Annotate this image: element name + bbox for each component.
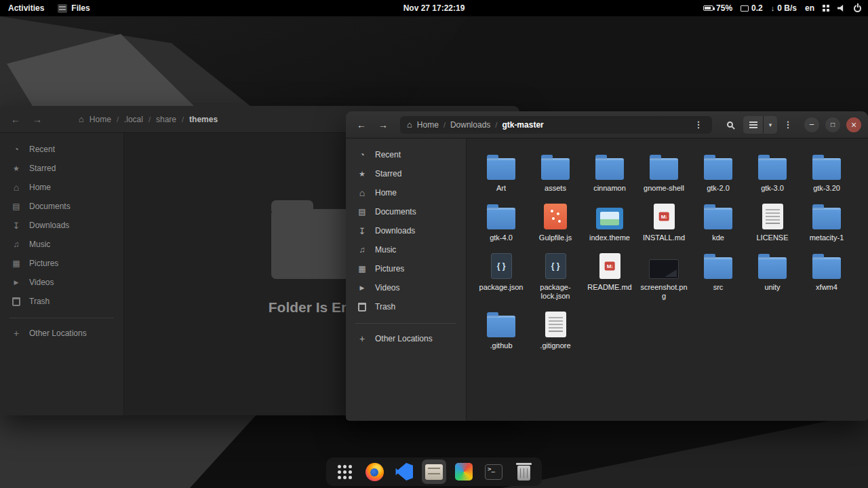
close-button[interactable] [846, 117, 861, 132]
sidebar-item-other-locations[interactable]: Other Locations [350, 329, 462, 348]
sidebar-item[interactable]: Pictures [4, 254, 119, 273]
tray-icon[interactable] [823, 5, 829, 12]
recent-icon [357, 149, 368, 160]
sidebar-item-label: Pictures [29, 259, 58, 268]
file-item[interactable]: LICENSE [745, 198, 800, 244]
sidebar-item[interactable]: Downloads [4, 216, 119, 235]
file-item[interactable]: metacity-1 [800, 198, 854, 244]
file-item[interactable]: screenshot.png [637, 247, 691, 303]
file-item[interactable]: unity [745, 247, 800, 303]
file-item[interactable]: cinnamon [583, 148, 637, 195]
net-speed-value: 0 B/s [777, 3, 797, 13]
starred-icon [357, 168, 368, 179]
folder-icon [812, 158, 841, 180]
file-item[interactable]: Gulpfile.js [528, 198, 583, 244]
sidebar-item[interactable]: Recent [4, 140, 119, 159]
list-view-button[interactable] [743, 116, 764, 134]
file-name: xfwm4 [816, 283, 837, 292]
power-icon[interactable] [854, 5, 861, 12]
breadcrumb-segment-current[interactable]: themes [189, 115, 218, 124]
sidebar-item[interactable]: Videos [350, 278, 462, 297]
file-item[interactable]: src [691, 247, 745, 303]
file-item[interactable]: package-lock.json [528, 247, 583, 303]
breadcrumb-segment[interactable]: .local [124, 115, 143, 124]
forward-button[interactable] [374, 116, 392, 134]
sidebar-item[interactable]: Trash [4, 292, 119, 311]
back-button[interactable] [7, 111, 24, 128]
breadcrumb-segment[interactable]: Home [417, 120, 439, 130]
battery-indicator[interactable]: 75% [703, 3, 732, 13]
breadcrumb-segment[interactable]: Home [90, 115, 111, 124]
sidebar-item[interactable]: Downloads [350, 221, 462, 240]
sidebar-item[interactable]: Starred [4, 159, 119, 178]
text-icon [545, 312, 566, 337]
file-item[interactable]: gnome-shell [637, 148, 691, 195]
volume-icon[interactable] [837, 5, 846, 12]
sidebar-item-other-locations[interactable]: Other Locations [4, 324, 119, 343]
file-item[interactable]: index.theme [583, 198, 637, 244]
file-item[interactable]: xfwm4 [800, 247, 854, 303]
breadcrumb-segment-current[interactable]: gtk-master [502, 120, 543, 130]
file-item[interactable]: INSTALL.md [637, 198, 691, 244]
breadcrumb-segment[interactable]: share [156, 115, 176, 124]
file-item[interactable]: README.md [583, 247, 637, 303]
sidebar-item-label: Home [29, 183, 51, 192]
dock-item[interactable] [452, 459, 476, 484]
sidebar-item[interactable]: Trash [350, 297, 462, 316]
headerbar: Home Downloads gtk-master [346, 111, 868, 138]
sidebar-item[interactable]: Documents [350, 202, 462, 221]
home-icon [11, 182, 22, 193]
app-menu[interactable]: Files [58, 3, 90, 13]
dock-item[interactable] [481, 459, 506, 484]
system-load-indicator[interactable]: 0.2 [741, 3, 763, 13]
sidebar-item[interactable]: Home [350, 183, 462, 202]
search-icon [727, 121, 733, 128]
sidebar-item[interactable]: Starred [350, 164, 462, 183]
videos-icon [11, 277, 22, 288]
dock-item[interactable] [362, 459, 387, 484]
keyboard-layout[interactable]: en [805, 3, 814, 13]
file-item[interactable]: gtk-3.0 [745, 148, 800, 195]
view-options-dropdown[interactable] [764, 116, 777, 134]
path-options-icon[interactable] [692, 117, 705, 132]
sidebar-item[interactable]: Recent [350, 145, 462, 164]
forward-button[interactable] [28, 111, 46, 128]
back-button[interactable] [353, 116, 370, 134]
downloads-icon [357, 225, 368, 236]
activities-button[interactable]: Activities [8, 3, 44, 13]
sidebar-item[interactable]: Music [4, 235, 119, 254]
file-item[interactable]: gtk-2.0 [691, 148, 745, 195]
dock-item[interactable] [511, 459, 536, 484]
menu-button[interactable] [781, 117, 795, 132]
dock [326, 457, 542, 486]
folder-icon [812, 208, 841, 229]
file-item[interactable]: gtk-4.0 [474, 198, 528, 244]
network-speed-indicator[interactable]: 0 B/s [771, 3, 797, 13]
file-item[interactable]: assets [528, 148, 583, 195]
files-window-foreground[interactable]: Home Downloads gtk-master [346, 111, 868, 421]
sidebar-item[interactable]: Videos [4, 273, 119, 292]
minimize-button[interactable] [804, 117, 819, 132]
breadcrumb-segment[interactable]: Downloads [450, 120, 490, 130]
file-name: .github [490, 341, 512, 350]
pictures-icon [11, 258, 22, 269]
dock-item[interactable] [422, 459, 446, 484]
sidebar-item[interactable]: Home [4, 178, 119, 197]
dock-item[interactable] [392, 459, 416, 484]
dock-item[interactable] [332, 459, 357, 484]
search-button[interactable] [720, 116, 739, 134]
file-item[interactable]: package.json [474, 247, 528, 303]
file-item[interactable]: .github [474, 305, 528, 352]
file-item[interactable]: .gitignore [528, 305, 583, 352]
sidebar-item[interactable]: Pictures [350, 259, 462, 278]
sidebar-item[interactable]: Music [350, 240, 462, 259]
file-item[interactable]: kde [691, 198, 745, 244]
sidebar-item[interactable]: Documents [4, 197, 119, 216]
file-item[interactable]: gtk-3.20 [800, 148, 854, 195]
folder-view[interactable]: Art assets [467, 138, 868, 421]
maximize-button[interactable] [825, 117, 840, 132]
file-item[interactable]: Art [474, 148, 528, 195]
plus-icon [11, 328, 22, 339]
clock[interactable]: Nov 27 17:22:19 [403, 3, 465, 13]
breadcrumb-separator [182, 115, 184, 124]
